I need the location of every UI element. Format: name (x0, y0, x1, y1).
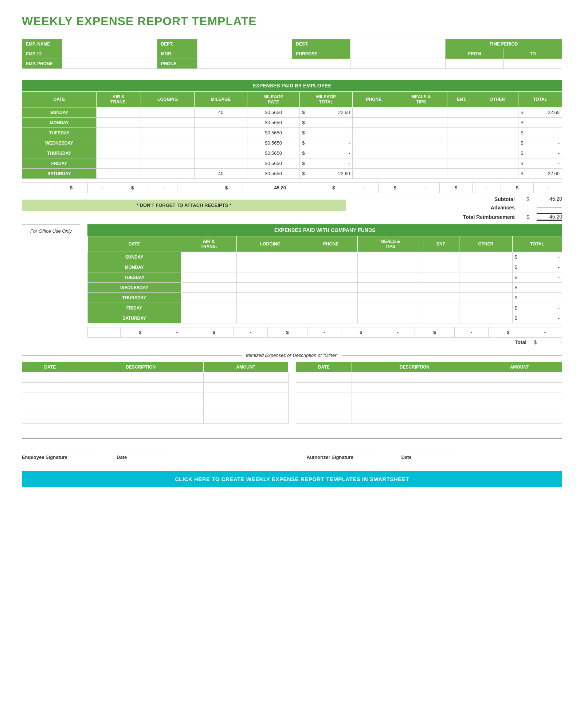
table-row[interactable]: THURSDAY $- (88, 293, 562, 303)
tot-meals: - (411, 183, 440, 193)
day-cell: TUESDAY (22, 128, 97, 138)
table-row[interactable]: THURSDAY $0.5650 $- $- (22, 148, 562, 158)
tot-phone: - (350, 183, 379, 193)
table-row[interactable]: MONDAY $0.5650 $- $- (22, 118, 562, 128)
date2-field: Date (401, 442, 456, 460)
cf-col-phone: PHONE (304, 236, 358, 252)
for-office-only-box: For Office Use Only (22, 224, 80, 345)
employee-signature-label: Employee Signature (22, 454, 95, 460)
emp-name-value[interactable] (62, 39, 157, 49)
list-item[interactable] (22, 403, 289, 413)
table-row[interactable]: WEDNESDAY $0.5650 $- $- (22, 138, 562, 148)
total-reimbursement-label: Total Reimbursement (456, 214, 515, 220)
day-cell: MONDAY (22, 118, 97, 128)
page-title: WEEKLY EXPENSE REPORT TEMPLATE (22, 15, 562, 28)
day-cell: WEDNESDAY (22, 138, 97, 148)
item-left-date: DATE (22, 362, 78, 373)
authorizer-signature-field: Authorizer Signature (307, 442, 380, 460)
emp-name-label: EMP. NAME (22, 39, 62, 49)
itemized-line-left (22, 355, 242, 355)
day-cell: WEDNESDAY (88, 283, 181, 293)
dest-value-2[interactable] (350, 59, 446, 69)
col-meals-tips: MEALS &TIPS (395, 92, 447, 107)
dept-value[interactable] (197, 39, 292, 49)
list-item[interactable] (22, 383, 289, 393)
footer-banner[interactable]: CLICK HERE TO CREATE WEEKLY EXPENSE REPO… (22, 471, 562, 487)
company-total-label: Total (515, 339, 526, 345)
list-item[interactable] (22, 413, 289, 424)
day-cell: SUNDAY (22, 107, 97, 118)
date1-label: Date (117, 454, 171, 460)
company-funds-section: EXPENSES PAID WITH COMPANY FUNDS DATE AI… (87, 224, 562, 345)
company-totals-row: $ - $ - $ - $ - $ - $ - (88, 327, 562, 338)
itemized-title: Itemized Expenses or Description of "Oth… (246, 353, 338, 358)
col-ent: ENT. (447, 92, 476, 107)
list-item[interactable] (22, 393, 289, 403)
date1-field: Date (117, 442, 171, 460)
tot-mileage: 45.20 (243, 183, 317, 193)
tot-lodging-dollar: $ (131, 185, 134, 190)
purpose-value-2[interactable] (292, 59, 350, 69)
employee-signature-line (22, 442, 95, 453)
list-item[interactable] (22, 373, 289, 383)
table-row[interactable]: FRIDAY $- (88, 303, 562, 313)
tot-ent: - (473, 183, 501, 193)
phone-label: PHONE (157, 59, 197, 69)
for-office-label: For Office Use Only (30, 228, 72, 234)
item-right-description: DESCRIPTION (352, 362, 477, 373)
emp-phone-value[interactable] (62, 59, 157, 69)
col-date: DATE (22, 92, 97, 107)
table-row[interactable]: TUESDAY $0.5650 $- $- (22, 128, 562, 138)
tot-phone-dollar: $ (332, 185, 335, 190)
from-label: FROM (446, 49, 504, 59)
left-signature-block: Employee Signature Date (22, 442, 278, 460)
authorizer-signature-line (307, 442, 380, 453)
item-left-amount: AMOUNT (203, 362, 288, 373)
receipt-banner: * DON'T FORGET TO ATTACH RECEIPTS * (22, 200, 346, 211)
emp-phone-label: EMP. PHONE (22, 59, 62, 69)
day-cell: THURSDAY (22, 148, 97, 158)
day-cell: SUNDAY (88, 252, 181, 262)
to-value[interactable] (504, 59, 562, 69)
mgr-label: MGR. (157, 49, 197, 59)
table-row[interactable]: SUNDAY 40 $0.5650 $22.60 $22.60 (22, 107, 562, 118)
total-reimbursement-dollar: $ (522, 214, 529, 220)
itemized-tables: DATE DESCRIPTION AMOUNT DATE DESCRIPTION… (22, 362, 562, 424)
right-signature-block: Authorizer Signature Date (307, 442, 563, 460)
day-cell: SATURDAY (88, 313, 181, 323)
time-period-label: TIME PERIOD (446, 39, 562, 49)
cf-col-lodging: LODGING (236, 236, 304, 252)
table-row[interactable]: SATURDAY 40 $0.5650 $22.60 $22.60 (22, 169, 562, 179)
tot-mileage-dollar: $ (225, 185, 228, 190)
list-item[interactable] (296, 413, 562, 424)
table-row[interactable]: MONDAY $- (88, 262, 562, 272)
from-value[interactable] (446, 59, 504, 69)
item-left-description: DESCRIPTION (78, 362, 203, 373)
cf-col-ent: ENT. (423, 236, 459, 252)
employee-signature-field: Employee Signature (22, 442, 95, 460)
table-row[interactable]: TUESDAY $- (88, 272, 562, 283)
day-cell: THURSDAY (88, 293, 181, 303)
list-item[interactable] (296, 383, 562, 393)
phone-value[interactable] (197, 59, 292, 69)
list-item[interactable] (296, 373, 562, 383)
table-row[interactable]: WEDNESDAY $- (88, 283, 562, 293)
subtotal-label: Subtotal (456, 196, 515, 202)
table-row[interactable]: SUNDAY $- (88, 252, 562, 262)
item-right-amount: AMOUNT (477, 362, 562, 373)
table-row[interactable]: FRIDAY $0.5650 $- $- (22, 158, 562, 169)
dest-value[interactable] (350, 39, 446, 49)
purpose-value[interactable] (350, 49, 446, 59)
tot-air: - (88, 183, 116, 193)
itemized-section: Itemized Expenses or Description of "Oth… (22, 353, 562, 424)
list-item[interactable] (296, 403, 562, 413)
list-item[interactable] (296, 393, 562, 403)
emp-id-value[interactable] (62, 49, 157, 59)
date2-line (401, 442, 456, 453)
table-row[interactable]: SATURDAY $- (88, 313, 562, 323)
col-lodging: LODGING (141, 92, 195, 107)
mgr-value[interactable] (197, 49, 292, 59)
tot-air-dollar: $ (70, 185, 72, 190)
employee-expense-table: DATE AIR &TRANS. LODGING MILEAGE MILEAGE… (22, 91, 562, 179)
tot-ent-dollar: $ (455, 185, 457, 190)
